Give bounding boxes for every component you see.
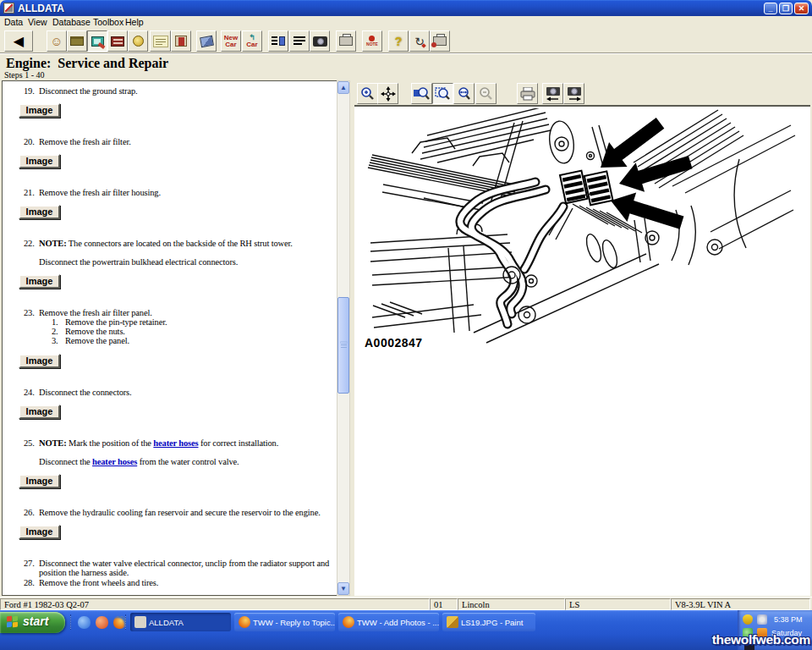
- alldata-task-icon: [134, 616, 146, 628]
- task-alldata[interactable]: ALLDATA: [130, 613, 231, 631]
- scroll-down-button[interactable]: ▼: [337, 582, 349, 595]
- library-icon[interactable]: [171, 30, 191, 52]
- image-button-22[interactable]: Image: [19, 274, 60, 289]
- toolbox-icon[interactable]: [67, 30, 87, 52]
- menu-bar: Data View Database Toolbox Help: [0, 16, 812, 29]
- tsb-icon[interactable]: [107, 30, 128, 52]
- image-button-24[interactable]: Image: [19, 405, 60, 419]
- maximize-button[interactable]: ❐: [779, 3, 793, 14]
- task-tww-photos[interactable]: TWW - Add Photos - ...: [338, 613, 439, 631]
- main-toolbar: ◀ ☺ NewCar ↰Car NOTE ? ↻: [0, 29, 812, 53]
- zoom-in-icon[interactable]: [357, 83, 378, 104]
- step-25: 25. NOTE: Mark the position of the heate…: [3, 438, 334, 448]
- menu-data[interactable]: Data: [4, 17, 23, 27]
- scroll-up-button[interactable]: ▲: [337, 81, 349, 94]
- page-title: Engine: Service and Repair: [6, 56, 168, 71]
- help-icon[interactable]: ?: [388, 30, 409, 52]
- scroll-thumb[interactable]: [337, 297, 349, 394]
- image-button-23[interactable]: Image: [19, 354, 60, 368]
- step-24: 24. Disconnect the connectors.: [3, 388, 334, 397]
- repair-info-icon[interactable]: [87, 30, 107, 52]
- close-button[interactable]: ✕: [794, 3, 809, 14]
- procedure-scrollbar[interactable]: ▲ ▼: [337, 80, 350, 596]
- start-button[interactable]: start: [0, 612, 65, 633]
- firefox-task-icon: [239, 616, 250, 628]
- pan-icon[interactable]: [377, 83, 398, 104]
- alldata-window: ALLDATA _ ❐ ✕ Data View Database Toolbox…: [0, 0, 812, 650]
- tray-icon-2[interactable]: [757, 614, 767, 625]
- previous-image-icon[interactable]: [542, 83, 563, 104]
- heater-hoses-link-2[interactable]: heater hoses: [92, 457, 137, 466]
- menu-database[interactable]: Database: [52, 17, 91, 27]
- image-button-20[interactable]: Image: [19, 154, 60, 168]
- window-title: ALLDATA: [18, 3, 64, 14]
- figure-label: A0002847: [365, 336, 423, 350]
- status-engine: V8-3.9L VIN A: [671, 598, 810, 610]
- image-button-19[interactable]: Image: [19, 103, 60, 118]
- new-car-icon[interactable]: NewCar: [221, 30, 241, 52]
- print-icon[interactable]: [336, 30, 356, 52]
- page-subtitle: Steps 1 - 40: [4, 70, 45, 80]
- taskbar: start ALLDATA TWW - Reply to Topic... TW…: [0, 610, 812, 650]
- page-header: Engine: Service and Repair Steps 1 - 40: [0, 53, 812, 80]
- windows-logo-icon: [7, 616, 19, 629]
- menu-view[interactable]: View: [28, 17, 47, 27]
- text-view-icon[interactable]: [289, 30, 310, 52]
- image-button-25[interactable]: Image: [19, 474, 60, 488]
- paint-task-icon: [447, 616, 458, 628]
- assistant-icon[interactable]: ☺: [47, 30, 67, 52]
- security-shield-icon[interactable]: [743, 614, 753, 625]
- refresh-icon[interactable]: ↻: [409, 30, 430, 52]
- image-toolbar: [354, 80, 810, 107]
- firefox-task-icon: [343, 616, 354, 628]
- task-paint[interactable]: LS19.JPG - Paint: [442, 613, 535, 631]
- quicklaunch-firefox-icon[interactable]: [113, 616, 126, 629]
- text-image-view-icon[interactable]: [268, 30, 288, 52]
- step-22-para2: Disconnect the powertrain bulkhead elect…: [3, 257, 334, 267]
- car-repair-icon[interactable]: ↰Car: [242, 30, 262, 52]
- image-button-26[interactable]: Image: [19, 525, 60, 539]
- clock: 5:38 PM: [774, 615, 803, 624]
- step-27: 27. Disconnect the water valve electrica…: [3, 559, 334, 577]
- note-icon[interactable]: NOTE: [362, 30, 382, 52]
- step-23: 23. Remove the fresh air filter panel. 1…: [3, 308, 334, 345]
- back-button[interactable]: ◀: [4, 30, 33, 52]
- status-bar: Ford #1 1982-03 Q2-07 01 Lincoln LS V8-3…: [0, 597, 812, 610]
- quicklaunch-opera-icon[interactable]: [96, 616, 108, 629]
- browse-icon[interactable]: [150, 30, 171, 52]
- step-28: 28. Remove the front wheels and tires.: [3, 578, 334, 587]
- maintenance-icon[interactable]: [128, 30, 148, 52]
- print-setup-icon[interactable]: [430, 30, 450, 52]
- menu-help[interactable]: Help: [125, 17, 144, 27]
- step-22: 22. NOTE: The connectors are located on …: [3, 239, 334, 248]
- diagram-area: A0002847: [354, 108, 810, 596]
- step-20: 20. Remove the fresh air filter.: [3, 137, 334, 146]
- procedure-panel: 19. Disconnect the ground strap. Image 2…: [2, 80, 337, 596]
- step-21: 21. Remove the fresh air filter housing.: [3, 188, 334, 197]
- step-19: 19. Disconnect the ground strap.: [3, 86, 334, 96]
- status-model: LS: [565, 598, 671, 610]
- step-25-para2: Disconnect the heater hoses from the wat…: [3, 457, 334, 466]
- image-view-icon[interactable]: [310, 30, 330, 52]
- task-tww-reply[interactable]: TWW - Reply to Topic...: [234, 613, 335, 631]
- status-vehicle: Ford #1 1982-03 Q2-07: [0, 598, 430, 610]
- image-panel: A0002847: [354, 80, 810, 596]
- status-code: 01: [430, 598, 458, 610]
- minimize-button[interactable]: _: [764, 3, 777, 14]
- heater-hoses-link[interactable]: heater hoses: [153, 438, 198, 448]
- image-button-21[interactable]: Image: [19, 205, 60, 219]
- step-26: 26. Remove the hydraulic cooling fan res…: [3, 508, 334, 517]
- quicklaunch-browser-icon[interactable]: [78, 616, 91, 629]
- zoom-out-icon[interactable]: [475, 83, 497, 104]
- zoom-fit-icon[interactable]: [432, 83, 453, 104]
- zoom-100-icon[interactable]: [411, 83, 432, 104]
- print-image-icon[interactable]: [517, 83, 538, 104]
- paint-tool-icon[interactable]: [196, 30, 217, 52]
- zoom-width-icon[interactable]: [453, 83, 475, 104]
- engine-diagram: [354, 108, 810, 371]
- status-make: Lincoln: [458, 598, 565, 610]
- next-image-icon[interactable]: [563, 83, 584, 104]
- menu-toolbox[interactable]: Toolbox: [93, 17, 123, 27]
- app-icon: [3, 3, 14, 14]
- watermark: thewolfweb.com: [712, 632, 810, 647]
